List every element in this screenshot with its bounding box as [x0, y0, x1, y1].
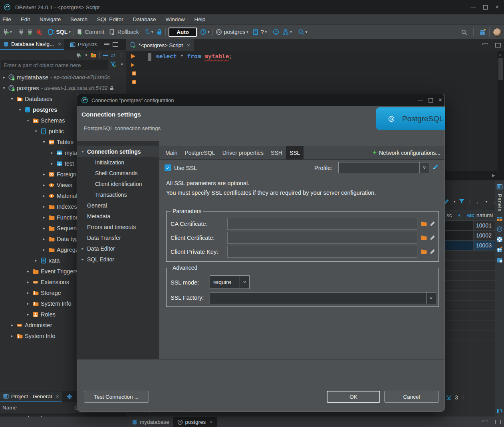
open-perspective-icon[interactable]	[480, 29, 486, 36]
tree-item[interactable]: ▸ mydatabase - ep-cold-band-a7j1sm0c	[0, 72, 126, 83]
expand-arrow-icon[interactable]: ▸	[42, 237, 46, 241]
tab-postgres-script[interactable]: *<postgres> Script	[126, 39, 194, 51]
expand-arrow-icon[interactable]: ▸	[42, 215, 46, 219]
browse-folder-icon[interactable]	[421, 235, 427, 241]
settings-tree-item[interactable]: Initialization	[77, 157, 159, 168]
quick-search-icon[interactable]	[461, 29, 467, 36]
minimize-view-icon[interactable]	[104, 43, 109, 45]
schema-doc-icon[interactable]	[252, 29, 259, 35]
transaction-log-icon[interactable]	[144, 29, 150, 35]
auto-commit-button[interactable]: Auto	[169, 28, 197, 37]
search-db-icon[interactable]	[298, 29, 304, 35]
panels-toggle-icon[interactable]	[496, 184, 503, 190]
properties-gear-icon[interactable]	[66, 393, 73, 400]
link-editor-icon[interactable]: ⇄	[111, 52, 115, 58]
use-ssl-checkbox[interactable]	[165, 164, 171, 171]
new-connection-icon[interactable]	[75, 52, 81, 58]
dialog-close-icon[interactable]: ×	[439, 97, 442, 104]
test-connection-button[interactable]: Test Connection ...	[84, 391, 149, 403]
expand-arrow-icon[interactable]: ▸	[42, 226, 46, 230]
references-panel-icon[interactable]	[496, 257, 503, 263]
object-filter-input[interactable]	[0, 60, 108, 70]
reconnect-icon[interactable]	[27, 29, 33, 35]
collapse-all-icon[interactable]	[103, 55, 108, 56]
history-clock-icon[interactable]	[200, 29, 206, 35]
expand-arrow-icon[interactable]: ▸	[26, 312, 30, 316]
expand-arrow-icon[interactable]: ▾	[80, 149, 85, 154]
gutter-icon-1[interactable]	[132, 71, 137, 76]
new-sql-editor-icon[interactable]	[48, 29, 54, 35]
browse-folder-icon[interactable]	[421, 221, 427, 227]
expand-arrow-icon[interactable]: ▾	[2, 86, 6, 90]
column-partial-header[interactable]: sc	[446, 212, 452, 218]
dialog-tab[interactable]: PostgreSQL	[181, 146, 218, 160]
settings-tree-item[interactable]: Errors and timeouts	[77, 221, 159, 232]
dialog-tab[interactable]: Driver properties	[219, 146, 267, 160]
execute-statement-icon[interactable]	[131, 54, 135, 59]
settings-tree-item[interactable]: Metadata	[77, 211, 159, 221]
invalidate-icon[interactable]	[36, 29, 42, 35]
rollback-icon[interactable]	[109, 29, 115, 35]
close-tab-icon[interactable]	[56, 393, 59, 399]
gutter-icon-2[interactable]	[132, 80, 137, 85]
sql-button-label[interactable]: SQL	[56, 29, 68, 35]
dashboard-icon[interactable]	[273, 29, 279, 35]
tree-item[interactable]: ▾ postgres - us-east-1.sql.xata.sh:5432	[0, 83, 126, 93]
results-menu-icon[interactable]: ⋮	[468, 199, 473, 204]
settings-tree-item[interactable]: Shell Commands	[77, 168, 159, 178]
connect-dropdown-icon[interactable]	[10, 30, 12, 34]
expand-arrow-icon[interactable]: ▸	[80, 246, 85, 251]
expand-arrow-icon[interactable]: ▾	[26, 118, 30, 123]
close-tab-icon[interactable]	[210, 419, 213, 425]
active-connection-label[interactable]: postgres	[224, 29, 246, 35]
menu-item[interactable]: Search	[70, 16, 87, 22]
minimize-button[interactable]: —	[467, 3, 479, 11]
grid-add-icon[interactable]	[496, 247, 503, 253]
settings-tree-item[interactable]: ▸ SQL Editor	[77, 254, 159, 265]
tab-mydatabase[interactable]: mydatabase	[128, 417, 173, 427]
view-menu-icon[interactable]: ⋮	[119, 52, 124, 58]
expand-arrow-icon[interactable]: ▸	[2, 75, 6, 79]
file-path-input[interactable]	[227, 218, 417, 230]
ssl-mode-select[interactable]: require	[210, 275, 250, 289]
menu-item[interactable]: Database	[133, 16, 156, 22]
status-menu-icon[interactable]: ⋮	[461, 395, 466, 400]
calc-panel-icon[interactable]	[496, 236, 503, 243]
filter-config-icon[interactable]	[110, 61, 117, 67]
maximize-bottom-icon[interactable]	[495, 420, 501, 424]
new-connection-dropdown-icon[interactable]	[85, 53, 87, 57]
result-row[interactable]: 10001	[445, 221, 495, 231]
close-button[interactable]: ×	[491, 3, 503, 11]
browse-folder-icon[interactable]	[421, 249, 427, 255]
cancel-button[interactable]: Cancel	[384, 391, 439, 403]
menu-item[interactable]: SQL Editor	[97, 16, 123, 22]
expand-arrow-icon[interactable]: ▾	[42, 140, 46, 144]
tab-database-navigator[interactable]: Database Navig...	[0, 39, 64, 50]
settings-tree-item[interactable]: Transactions	[77, 189, 159, 200]
sql-text-line[interactable]: select * from mytable;	[156, 53, 232, 62]
edit-pencil-icon[interactable]	[429, 249, 436, 255]
result-row[interactable]: 10003	[445, 241, 495, 251]
expand-arrow-icon[interactable]: ▸	[50, 150, 54, 155]
menu-item[interactable]: Edit	[21, 16, 30, 22]
expand-arrow-icon[interactable]: ▸	[42, 183, 46, 187]
dialog-tab[interactable]: Main	[162, 146, 181, 160]
filter-dropdown-icon[interactable]	[121, 62, 123, 66]
ssl-factory-select[interactable]	[210, 292, 436, 304]
minimize-bottom-icon[interactable]	[482, 421, 488, 422]
menu-item[interactable]: File	[2, 16, 11, 22]
chevron-down-icon[interactable]	[419, 162, 429, 173]
expand-arrow-icon[interactable]: ▸	[26, 269, 30, 273]
expand-arrow-icon[interactable]: ▸	[34, 258, 38, 263]
refresh-icon[interactable]	[496, 408, 502, 414]
expand-arrow-icon[interactable]: ▾	[18, 107, 22, 112]
new-project-folder-icon[interactable]	[90, 52, 96, 58]
tab-projects[interactable]: Projects	[67, 39, 101, 50]
dialog-tab[interactable]: SSH	[267, 146, 286, 160]
tab-project-general[interactable]: Project - General	[0, 391, 62, 402]
fetch-funnel-icon[interactable]	[446, 394, 452, 401]
search-dropdown-icon[interactable]	[306, 30, 308, 34]
expand-arrow-icon[interactable]: ▸	[10, 334, 14, 338]
expand-arrow-icon[interactable]: ▸	[26, 301, 30, 306]
connect-icon[interactable]	[2, 29, 9, 35]
